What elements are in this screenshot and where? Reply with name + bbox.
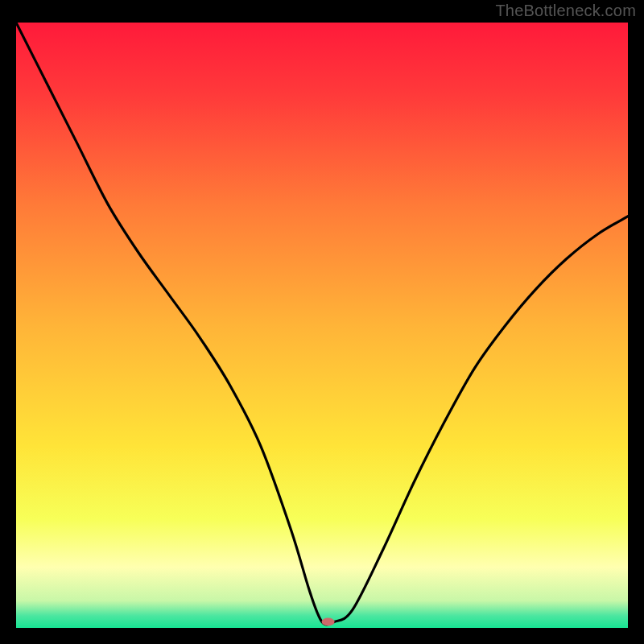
chart-frame: TheBottleneck.com [0,0,644,644]
plot-area [16,23,628,628]
watermark-text: TheBottleneck.com [495,2,636,20]
chart-svg [16,23,628,628]
chart-background [16,23,628,628]
optimal-point-marker [322,617,335,625]
